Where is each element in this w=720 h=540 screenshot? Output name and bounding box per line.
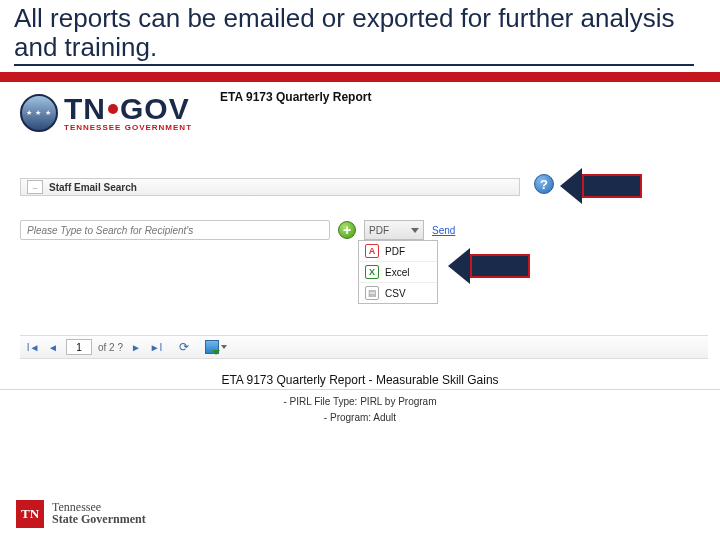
callout-arrow-help bbox=[560, 168, 642, 204]
screenshot-region: ETA 9173 Quarterly Report ★ ★ ★ TNGOV TE… bbox=[0, 90, 720, 450]
page-title: All reports can be emailed or exported f… bbox=[14, 4, 694, 66]
report-meta-line: - PIRL File Type: PIRL by Program bbox=[0, 396, 720, 407]
first-page-button[interactable]: I◄ bbox=[26, 340, 40, 354]
tn-badge-icon: TN bbox=[16, 500, 44, 528]
section-header[interactable]: – Staff Email Search bbox=[20, 178, 520, 196]
chevron-down-icon bbox=[411, 228, 419, 233]
report-title: ETA 9173 Quarterly Report bbox=[220, 90, 371, 104]
section-label: Staff Email Search bbox=[49, 182, 137, 193]
pdf-icon: A bbox=[365, 244, 379, 258]
brand-dot-icon bbox=[108, 104, 118, 114]
brand-subtitle: TENNESSEE GOVERNMENT bbox=[64, 124, 192, 132]
report-meta-line: - Program: Adult bbox=[0, 412, 720, 423]
save-icon bbox=[205, 340, 219, 354]
export-format-selected: PDF bbox=[369, 225, 389, 236]
state-seal-icon: ★ ★ ★ bbox=[20, 94, 58, 132]
accent-bar bbox=[0, 72, 720, 82]
export-button[interactable] bbox=[205, 340, 227, 354]
export-format-dropdown[interactable]: PDF bbox=[364, 220, 424, 240]
format-option-csv[interactable]: ▤ CSV bbox=[359, 283, 437, 303]
brand-gov: GOV bbox=[120, 94, 190, 124]
add-recipient-button[interactable]: + bbox=[338, 221, 356, 239]
next-page-button[interactable]: ► bbox=[129, 340, 143, 354]
tn-gov-logo: ★ ★ ★ TNGOV TENNESSEE GOVERNMENT bbox=[20, 94, 192, 132]
footer-line2: State Government bbox=[52, 513, 146, 526]
format-option-label: CSV bbox=[385, 288, 406, 299]
page-of-text: of 2 ? bbox=[98, 342, 123, 353]
prev-page-button[interactable]: ◄ bbox=[46, 340, 60, 354]
report-pager-toolbar: I◄ ◄ of 2 ? ► ►I ⟳ bbox=[20, 335, 708, 359]
last-page-button[interactable]: ►I bbox=[149, 340, 163, 354]
page-number-input[interactable] bbox=[66, 339, 92, 355]
excel-icon: X bbox=[365, 265, 379, 279]
sub-report-title: ETA 9173 Quarterly Report - Measurable S… bbox=[0, 373, 720, 390]
send-link[interactable]: Send bbox=[432, 225, 455, 236]
refresh-button[interactable]: ⟳ bbox=[179, 340, 189, 354]
csv-icon: ▤ bbox=[365, 286, 379, 300]
slide-footer-logo: TN Tennessee State Government bbox=[16, 500, 146, 528]
format-option-excel[interactable]: X Excel bbox=[359, 262, 437, 283]
collapse-icon[interactable]: – bbox=[27, 180, 43, 194]
callout-arrow-export bbox=[448, 248, 530, 284]
recipient-search-input[interactable] bbox=[20, 220, 330, 240]
export-format-menu: A PDF X Excel ▤ CSV bbox=[358, 240, 438, 304]
format-option-label: Excel bbox=[385, 267, 409, 278]
help-icon[interactable]: ? bbox=[534, 174, 554, 194]
brand-tn: TN bbox=[64, 94, 106, 124]
chevron-down-icon bbox=[221, 345, 227, 349]
format-option-pdf[interactable]: A PDF bbox=[359, 241, 437, 262]
format-option-label: PDF bbox=[385, 246, 405, 257]
